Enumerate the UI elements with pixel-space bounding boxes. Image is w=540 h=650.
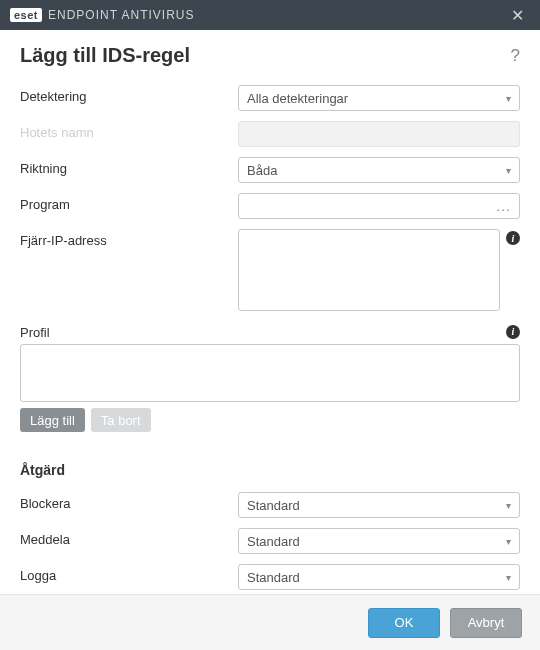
profile-listbox[interactable] xyxy=(20,344,520,402)
detection-select[interactable]: Alla detekteringar ▾ xyxy=(238,85,520,111)
direction-label: Riktning xyxy=(20,157,238,176)
footer: OK Avbryt xyxy=(0,594,540,650)
chevron-down-icon: ▾ xyxy=(506,536,511,547)
chevron-down-icon: ▾ xyxy=(506,93,511,104)
close-icon[interactable]: ✕ xyxy=(505,6,530,25)
log-select[interactable]: Standard ▾ xyxy=(238,564,520,590)
profile-label: Profil xyxy=(20,321,50,340)
block-label: Blockera xyxy=(20,492,238,511)
ok-button[interactable]: OK xyxy=(368,608,440,638)
brand-text: ENDPOINT ANTIVIRUS xyxy=(48,8,194,22)
program-input[interactable]: ... xyxy=(238,193,520,219)
action-section-title: Åtgärd xyxy=(20,462,520,478)
chevron-down-icon: ▾ xyxy=(506,572,511,583)
help-icon[interactable]: ? xyxy=(511,46,520,66)
remote-ip-label: Fjärr-IP-adress xyxy=(20,229,238,248)
browse-ellipsis-icon[interactable]: ... xyxy=(496,198,511,214)
notify-value: Standard xyxy=(247,534,300,549)
block-select[interactable]: Standard ▾ xyxy=(238,492,520,518)
log-value: Standard xyxy=(247,570,300,585)
cancel-button[interactable]: Avbryt xyxy=(450,608,522,638)
notify-select[interactable]: Standard ▾ xyxy=(238,528,520,554)
info-icon[interactable]: i xyxy=(506,231,520,245)
chevron-down-icon: ▾ xyxy=(506,165,511,176)
chevron-down-icon: ▾ xyxy=(506,500,511,511)
direction-value: Båda xyxy=(247,163,277,178)
threat-name-field xyxy=(238,121,520,147)
program-label: Program xyxy=(20,193,238,212)
remote-ip-textarea[interactable] xyxy=(238,229,500,311)
remove-profile-button: Ta bort xyxy=(91,408,151,432)
block-value: Standard xyxy=(247,498,300,513)
brand-badge: eset xyxy=(10,8,42,22)
detection-label: Detektering xyxy=(20,85,238,104)
direction-select[interactable]: Båda ▾ xyxy=(238,157,520,183)
page-title: Lägg till IDS-regel xyxy=(20,44,190,67)
notify-label: Meddela xyxy=(20,528,238,547)
add-profile-button[interactable]: Lägg till xyxy=(20,408,85,432)
info-icon[interactable]: i xyxy=(506,325,520,339)
threat-name-label: Hotets namn xyxy=(20,121,238,140)
detection-value: Alla detekteringar xyxy=(247,91,348,106)
log-label: Logga xyxy=(20,564,238,583)
titlebar: eset ENDPOINT ANTIVIRUS ✕ xyxy=(0,0,540,30)
